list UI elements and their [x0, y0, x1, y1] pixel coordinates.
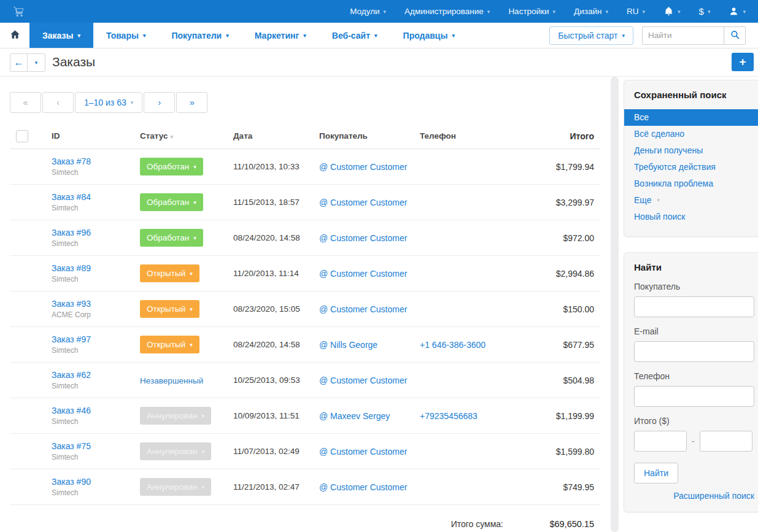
content-scrollbar[interactable] [611, 77, 619, 532]
order-link[interactable]: Заказ #90 [52, 477, 140, 487]
order-status-label: Открытый [147, 340, 185, 349]
back-button[interactable]: ← [10, 53, 28, 72]
order-phone-link[interactable]: +1 646-386-3600 [420, 340, 485, 350]
saved-search-item[interactable]: Возникла проблема ▾ [624, 175, 758, 192]
menu-settings[interactable]: Настройки ▾ [508, 7, 555, 16]
caret-down-icon: ▾ [303, 33, 306, 39]
header-status[interactable]: Статус▾ [140, 131, 233, 141]
nav-item-vendors[interactable]: Продавцы ▾ [390, 23, 468, 48]
pagination-prev-button[interactable]: ‹ [42, 92, 74, 113]
cart-icon[interactable] [12, 5, 26, 18]
total-to-field[interactable] [700, 431, 752, 452]
header-date[interactable]: Дата [233, 131, 319, 141]
order-status-badge[interactable]: Аннулирован ▾ [140, 407, 211, 425]
menu-administration[interactable]: Администрирование ▾ [404, 7, 490, 16]
phone-field[interactable] [634, 386, 754, 407]
saved-search-item-label: Новый поиск [634, 211, 685, 223]
order-customer-link[interactable]: @ Customer Customer [319, 233, 407, 243]
saved-search-item[interactable]: Все ▾ [624, 109, 758, 126]
order-company: Simtech [52, 168, 140, 177]
order-customer-link[interactable]: @ Nills George [319, 340, 377, 350]
total-from-field[interactable] [634, 431, 687, 452]
menu-language[interactable]: RU ▾ [627, 7, 645, 16]
order-total: $677.95 [506, 340, 594, 350]
order-link[interactable]: Заказ #96 [52, 228, 140, 237]
find-button[interactable]: Найти [634, 463, 678, 484]
order-status-badge[interactable]: Обработан ▾ [140, 158, 203, 175]
pagination-last-button[interactable]: » [176, 92, 207, 113]
order-status-badge[interactable]: Открытый ▾ [140, 264, 199, 282]
caret-down-icon: ▾ [202, 484, 205, 490]
nav-item-products[interactable]: Товары ▾ [93, 23, 158, 48]
home-button[interactable] [0, 23, 29, 48]
order-customer-link[interactable]: @ Customer Customer [319, 162, 407, 172]
order-link[interactable]: Заказ #84 [52, 192, 140, 202]
saved-search-item[interactable]: Деньги получены ▾ [624, 142, 758, 159]
order-link[interactable]: Заказ #78 [52, 156, 140, 166]
order-link[interactable]: Заказ #97 [52, 334, 140, 344]
header-customer[interactable]: Покупатель [319, 131, 420, 141]
order-customer-link[interactable]: @ Customer Customer [319, 376, 407, 385]
user-icon [729, 6, 739, 17]
advanced-search-link[interactable]: Расширенный поиск [634, 491, 754, 501]
order-status-badge[interactable]: Аннулирован ▾ [140, 442, 211, 460]
order-link[interactable]: Заказ #75 [52, 441, 140, 451]
pagination-next-button[interactable]: › [144, 92, 175, 113]
saved-search-item-label: Деньги получены [634, 145, 703, 156]
order-customer-link[interactable]: @ Maxeev Sergey [319, 411, 390, 421]
add-order-button[interactable]: + [732, 53, 754, 71]
saved-search-item[interactable]: Требуются действия ▾ [624, 159, 758, 175]
notifications-menu[interactable]: ▾ [663, 6, 681, 17]
header-total[interactable]: Итого [506, 131, 594, 141]
order-status-badge[interactable]: Обработан ▾ [140, 229, 203, 247]
orders-content: « ‹ 1–10 из 63 ▾ › » ID Статус▾ Дата Пок… [10, 77, 600, 532]
order-status-label: Обработан [147, 162, 189, 171]
sidebar: Сохраненный поиск Все ▾ Всё сделано ▾ Де… [624, 80, 758, 528]
order-company: Simtech [52, 382, 140, 390]
pagination-range-dropdown[interactable]: 1–10 из 63 ▾ [75, 92, 142, 113]
saved-search-list: Все ▾ Всё сделано ▾ Деньги получены ▾ Тр… [634, 109, 754, 225]
menu-design[interactable]: Дизайн ▾ [574, 7, 608, 16]
select-all-checkbox[interactable] [16, 130, 28, 142]
order-status-badge[interactable]: Обработан ▾ [140, 193, 203, 211]
order-company: Simtech [52, 346, 140, 355]
email-field[interactable] [634, 341, 754, 362]
order-company: Simtech [52, 453, 140, 461]
order-status-badge[interactable]: Незавершенный ▾ [140, 376, 203, 385]
search-submit-button[interactable] [724, 27, 745, 44]
order-link[interactable]: Заказ #46 [52, 406, 140, 415]
nav-item-marketing[interactable]: Маркетинг ▾ [242, 23, 319, 48]
order-company: Simtech [52, 488, 140, 497]
nav-item-customers[interactable]: Покупатели ▾ [158, 23, 241, 48]
saved-search-item[interactable]: Всё сделано ▾ [624, 126, 758, 142]
order-status-label: Обработан [147, 198, 189, 207]
saved-search-item[interactable]: Новый поиск ▾ [624, 209, 758, 225]
customer-field[interactable] [634, 296, 754, 317]
order-status-badge[interactable]: Открытый ▾ [140, 300, 199, 318]
nav-item-website[interactable]: Веб-сайт ▾ [319, 23, 390, 48]
global-search-input[interactable] [643, 27, 724, 44]
order-customer-link[interactable]: @ Customer Customer [319, 447, 407, 457]
order-link[interactable]: Заказ #93 [52, 299, 140, 309]
order-customer-link[interactable]: @ Customer Customer [319, 198, 407, 207]
order-status-badge[interactable]: Аннулирован ▾ [140, 478, 211, 496]
currency-menu[interactable]: $ ▾ [699, 6, 711, 17]
order-status-badge[interactable]: Открытый ▾ [140, 336, 199, 353]
nav-item-customers-label: Покупатели [171, 31, 222, 40]
order-link[interactable]: Заказ #62 [52, 370, 140, 380]
nav-item-orders[interactable]: Заказы ▾ [29, 23, 93, 48]
order-customer-link[interactable]: @ Customer Customer [319, 482, 407, 492]
user-menu[interactable]: ▾ [729, 6, 746, 17]
order-company: Simtech [52, 239, 140, 248]
pagination-first-button[interactable]: « [10, 92, 41, 113]
order-customer-link[interactable]: @ Customer Customer [319, 304, 407, 314]
order-link[interactable]: Заказ #89 [52, 263, 140, 273]
quick-start-button[interactable]: Быстрый старт ▾ [549, 26, 633, 45]
menu-modules[interactable]: Модули ▾ [350, 7, 386, 16]
order-customer-link[interactable]: @ Customer Customer [319, 269, 407, 279]
back-history-dropdown[interactable]: ▾ [28, 53, 45, 72]
saved-search-item[interactable]: Еще ▾ [624, 192, 758, 209]
order-phone-link[interactable]: +79235456683 [420, 411, 478, 421]
header-phone[interactable]: Телефон [420, 131, 506, 141]
caret-down-icon: ▾ [374, 33, 377, 39]
